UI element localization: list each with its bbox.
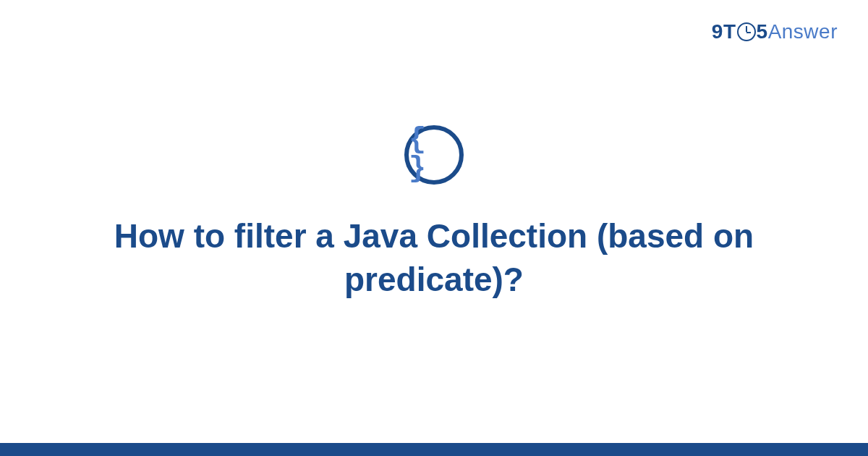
main-content: { } How to filter a Java Collection (bas… (0, 0, 868, 456)
code-braces-icon: { } (409, 126, 459, 184)
question-title: How to filter a Java Collection (based o… (109, 215, 760, 302)
footer-accent-bar (0, 443, 868, 456)
topic-icon-circle: { } (404, 125, 464, 185)
